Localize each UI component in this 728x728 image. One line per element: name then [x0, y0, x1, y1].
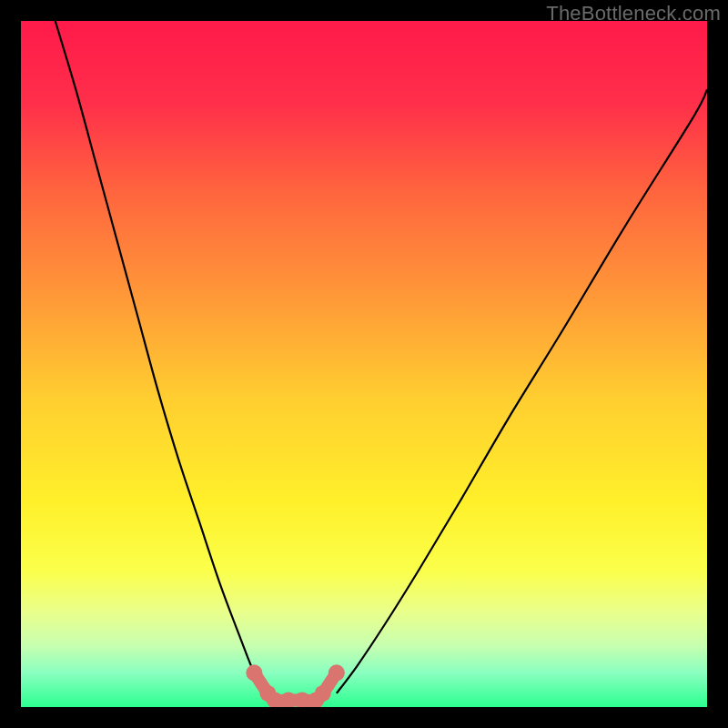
valley-marker-dot — [329, 664, 345, 681]
gradient-background — [21, 21, 707, 707]
valley-marker-dot — [315, 685, 331, 702]
valley-marker-dot — [246, 664, 262, 681]
plot-area — [21, 21, 707, 707]
chart-canvas — [21, 21, 707, 707]
outer-frame: TheBottleneck.com — [0, 0, 728, 728]
watermark-label: TheBottleneck.com — [546, 2, 721, 25]
